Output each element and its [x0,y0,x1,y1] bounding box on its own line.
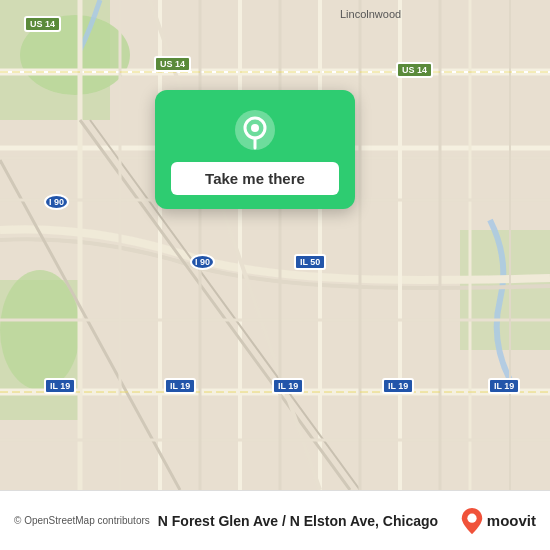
lincolnwood-label: Lincolnwood [340,8,401,20]
take-me-there-button[interactable]: Take me there [171,162,339,195]
copyright-text: © OpenStreetMap contributors [14,515,150,526]
badge-il19-1: IL 19 [44,378,76,394]
location-card: Take me there [155,90,355,209]
svg-point-36 [467,513,476,522]
badge-us14-3: US 14 [396,62,433,78]
badge-il19-3: IL 19 [272,378,304,394]
svg-point-34 [251,124,259,132]
badge-i90-1: I 90 [44,194,69,210]
svg-point-5 [0,270,80,390]
badge-us14-2: US 14 [154,56,191,72]
moovit-logo: moovit [461,508,536,534]
moovit-brand-text: moovit [487,512,536,529]
badge-i90-2: I 90 [190,254,215,270]
location-pin-icon [233,108,277,152]
location-name: N Forest Glen Ave / N Elston Ave, Chicag… [158,513,453,529]
badge-us14-1: US 14 [24,16,61,32]
badge-il19-5: IL 19 [488,378,520,394]
badge-il50: IL 50 [294,254,326,270]
map-container: US 14 US 14 US 14 I 90 I 90 IL 50 IL 19 … [0,0,550,490]
moovit-pin-icon [461,508,483,534]
badge-il19-2: IL 19 [164,378,196,394]
badge-il19-4: IL 19 [382,378,414,394]
bottom-bar: © OpenStreetMap contributors N Forest Gl… [0,490,550,550]
